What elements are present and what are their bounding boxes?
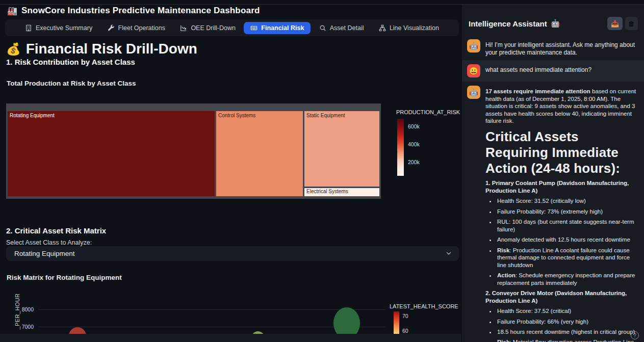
- bullet: Anomaly detected with 12.5 hours recent …: [496, 236, 638, 243]
- bullet: 18.5 hours recent downtime (highest in c…: [496, 328, 638, 335]
- treemap-cell-static-equipment[interactable]: Static Equipment: [304, 111, 379, 187]
- asset-class-select[interactable]: Rotating Equipment: [6, 246, 459, 261]
- trend-down-icon: [180, 24, 187, 32]
- tab-label: Line Visualization: [390, 24, 439, 32]
- bullet-text: Failure Probability: 66% (very high): [497, 319, 588, 325]
- robot-icon: 🤖: [469, 42, 478, 50]
- robot-icon: 🤖: [551, 19, 560, 28]
- tab-label: Executive Summary: [36, 24, 92, 32]
- bullet-text: Health Score: 37.52 (critical): [497, 308, 571, 314]
- critical-asset-title: 1. Primary Coolant Pump (Davidson Manufa…: [485, 179, 638, 194]
- export-chat-button[interactable]: 📥: [607, 17, 623, 30]
- money-bag-icon: 💰: [6, 42, 21, 56]
- assistant-title: Intelligence Assistant 🤖: [469, 19, 560, 28]
- user-face-icon: 😀: [469, 67, 478, 75]
- bullet: Failure Probability: 73% (extremely high…: [496, 208, 638, 215]
- tab-financial-risk[interactable]: Financial Risk: [244, 22, 311, 34]
- bullet-bold: Action: [497, 272, 516, 278]
- help-glyph: ?: [633, 333, 636, 338]
- tab-fleet-operations[interactable]: Fleet Operations: [101, 22, 172, 34]
- assistant-title-text: Intelligence Assistant: [469, 19, 547, 28]
- treemap-colorbar-title: PRODUCTION_AT_RISK: [396, 109, 460, 115]
- bullet: Failure Probability: 66% (very high): [496, 318, 638, 325]
- treemap-cell-label: Electrical Systems: [306, 189, 348, 194]
- treemap-colorbar: [397, 119, 404, 176]
- bullet: Risk: Production Line A coolant failure …: [496, 247, 638, 269]
- page-title: 💰 Financial Risk Drill-Down: [6, 41, 197, 57]
- bullet-text: RUL: 100 days (but current state suggest…: [497, 219, 634, 232]
- treemap-cell-label: Static Equipment: [306, 113, 345, 118]
- assistant-message: 🤖 Hi! I'm your intelligent assistant. As…: [462, 35, 644, 60]
- bubble-high-health-asset[interactable]: [333, 307, 360, 334]
- assistant-avatar: 🤖: [467, 39, 480, 52]
- colorbar-tick: 400k: [408, 141, 420, 147]
- robot-icon: 🤖: [469, 88, 478, 96]
- app-title: SnowCore Industries Predictive Maintenan…: [21, 6, 260, 16]
- assistant-header: Intelligence Assistant 🤖 📥 🗑: [462, 5, 644, 35]
- app-header: 🏭 SnowCore Industries Predictive Mainten…: [7, 6, 260, 16]
- treemap-cell-rotating-equipment[interactable]: Rotating Equipment: [8, 111, 215, 196]
- assistant-message: 🤖 17 assets require immediate attention …: [462, 82, 644, 342]
- treemap-cell-control-systems[interactable]: Control Systems: [216, 111, 303, 196]
- bullet: Health Score: 31.52 (critically low): [496, 197, 638, 204]
- section-1-heading: 1. Risk Contribution by Asset Class: [6, 58, 135, 66]
- risk-matrix-chart[interactable]: _PER_HOUR 8000 7000 LATEST_HEALTH_SCORE …: [0, 282, 461, 334]
- tab-label: OEE Drill-Down: [191, 24, 236, 32]
- treemap-cell-label: Rotating Equipment: [10, 113, 55, 118]
- tab-line-visualization[interactable]: Line Visualization: [372, 22, 446, 34]
- assistant-actions: 📥 🗑: [607, 17, 638, 30]
- assistant-greeting-text: Hi! I'm your intelligent assistant. Ask …: [485, 39, 638, 56]
- user-question-text: what assets need immediate attention?: [485, 64, 591, 77]
- tab-label: Asset Detail: [330, 24, 364, 32]
- wrench-icon: [108, 24, 115, 32]
- intelligence-assistant-panel: Intelligence Assistant 🤖 📥 🗑 🤖 Hi! I'm y…: [461, 5, 644, 342]
- user-avatar: 😀: [467, 64, 480, 77]
- risk-matrix-chart-title: Risk Matrix for Rotating Equipment: [7, 274, 122, 281]
- bullet: Health Score: 37.52 (critical): [496, 307, 638, 314]
- tab-oee-drill-down[interactable]: OEE Drill-Down: [173, 22, 242, 34]
- bullet: Risk: Material flow disruption across Pr…: [496, 338, 638, 342]
- trash-icon: 🗑: [628, 20, 635, 28]
- tab-executive-summary[interactable]: Executive Summary: [18, 22, 99, 34]
- assistant-answer: 17 assets require immediate attention ba…: [485, 86, 638, 342]
- colorbar-tick: 600k: [408, 123, 420, 129]
- colorbar-tick: 60: [402, 328, 408, 334]
- inbox-tray-icon: 📥: [611, 20, 619, 28]
- tab-bar: Executive Summary Fleet Operations OEE D…: [5, 19, 459, 36]
- section-2-heading: 2. Critical Asset Risk Matrix: [6, 226, 106, 235]
- answer-heading: Critical Assets Requiring Immediate Acti…: [485, 129, 638, 177]
- y-axis-tick: 7000: [18, 324, 34, 330]
- bullet-text: : Material flow disruption across Produc…: [497, 339, 634, 342]
- critical-asset-bullets: Health Score: 37.52 (critical) Failure P…: [485, 307, 638, 342]
- chart-bottom-band: [0, 334, 461, 342]
- banknote-icon: [250, 24, 257, 32]
- factory-icon: 🏭: [7, 6, 17, 16]
- gridline: [38, 309, 385, 310]
- treemap-cell-electrical-systems[interactable]: Electrical Systems: [304, 188, 379, 196]
- bullet-text: : Schedule emergency inspection and prep…: [497, 272, 635, 285]
- building-icon: [25, 24, 32, 32]
- bullet-text: Health Score: 31.52 (critically low): [497, 198, 586, 204]
- page-title-text: Financial Risk Drill-Down: [26, 41, 197, 57]
- clear-chat-button[interactable]: 🗑: [625, 17, 638, 30]
- treemap-chart-title: Total Production at Risk by Asset Class: [7, 80, 136, 87]
- critical-asset-title: 2. Conveyor Drive Motor (Davidson Manufa…: [485, 290, 638, 304]
- tab-label: Fleet Operations: [118, 24, 165, 32]
- select-value: Rotating Equipment: [14, 250, 75, 257]
- bullet-bold: Risk: [497, 247, 509, 253]
- assistant-avatar: 🤖: [467, 86, 480, 99]
- user-message: 😀 what assets need immediate attention?: [462, 60, 644, 82]
- bubble-low-health-asset[interactable]: [69, 327, 86, 334]
- critical-asset-bullets: Health Score: 31.52 (critically low) Fai…: [485, 197, 638, 286]
- tab-asset-detail[interactable]: Asset Detail: [313, 22, 371, 34]
- help-icon[interactable]: ?: [631, 331, 639, 339]
- colorbar-tick: 200k: [408, 159, 420, 165]
- tab-label: Financial Risk: [261, 24, 304, 32]
- answer-intro-bold: 17 assets require immediate attention: [485, 88, 590, 94]
- treemap-cell-label: Control Systems: [218, 113, 255, 118]
- treemap-chart[interactable]: Rotating Equipment Control Systems Stati…: [6, 103, 381, 199]
- bullet-text: : Production Line A coolant failure coul…: [497, 247, 630, 268]
- health-score-colorbar-title: LATEST_HEALTH_SCORE: [390, 303, 458, 309]
- bullet-text: 18.5 hours recent downtime (highest in c…: [497, 329, 635, 335]
- answer-intro: 17 assets require immediate attention ba…: [485, 88, 638, 124]
